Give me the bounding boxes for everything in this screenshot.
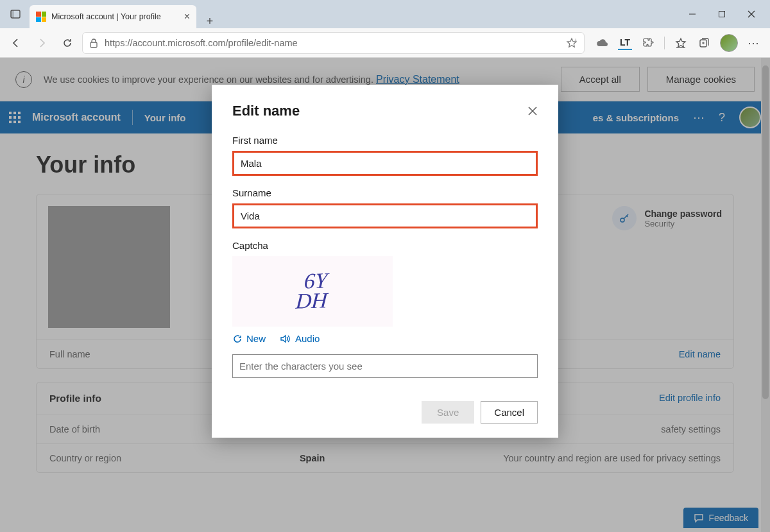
refresh-button[interactable]: [56, 32, 78, 54]
svg-rect-3: [719, 12, 725, 17]
modal-title: Edit name: [232, 103, 300, 119]
toolbar-right-icons: LT ⋯: [588, 34, 765, 52]
lt-extension-icon[interactable]: LT: [618, 36, 632, 50]
back-button[interactable]: [5, 32, 27, 54]
browser-toolbar: https://account.microsoft.com/profile/ed…: [0, 28, 770, 58]
captcha-label: Captcha: [232, 240, 538, 251]
more-menu-icon[interactable]: ⋯: [747, 36, 761, 50]
maximize-button[interactable]: [707, 4, 737, 24]
svg-rect-1: [11, 10, 14, 18]
tab-close-icon[interactable]: ×: [184, 11, 190, 22]
refresh-icon: [232, 334, 243, 344]
tabstrip: Microsoft account | Your profile × +: [27, 0, 678, 28]
favorite-icon[interactable]: +: [566, 37, 578, 49]
captcha-input[interactable]: [232, 354, 538, 378]
address-bar[interactable]: https://account.microsoft.com/profile/ed…: [82, 32, 585, 54]
edit-name-modal: Edit name First name Surname Captcha 6Y …: [212, 85, 558, 438]
profile-avatar-icon[interactable]: [720, 34, 738, 52]
toolbar-divider: [664, 37, 665, 49]
new-tab-button[interactable]: +: [200, 15, 219, 28]
captcha-audio-link[interactable]: Audio: [280, 333, 320, 344]
cancel-button[interactable]: Cancel: [481, 401, 538, 424]
close-button[interactable]: [737, 4, 766, 24]
first-name-label: First name: [232, 135, 538, 146]
favorites-icon[interactable]: [674, 36, 688, 50]
forward-button: [31, 32, 53, 54]
tab-title: Microsoft account | Your profile: [51, 12, 179, 21]
first-name-input[interactable]: [232, 151, 538, 176]
save-button[interactable]: Save: [422, 401, 474, 424]
audio-icon: [280, 334, 291, 344]
captcha-text: 6Y DH: [295, 271, 329, 312]
extensions-icon[interactable]: [641, 36, 655, 50]
surname-input[interactable]: [232, 203, 538, 228]
window-controls: [678, 4, 766, 24]
titlebar: Microsoft account | Your profile × +: [0, 0, 770, 28]
browser-chrome: Microsoft account | Your profile × + htt…: [0, 0, 770, 58]
svg-rect-6: [90, 42, 97, 47]
surname-label: Surname: [232, 187, 538, 198]
browser-tab[interactable]: Microsoft account | Your profile ×: [30, 5, 196, 28]
svg-text:+: +: [574, 38, 577, 42]
url-text: https://account.microsoft.com/profile/ed…: [105, 38, 560, 48]
tab-actions-icon[interactable]: [4, 3, 27, 26]
minimize-button[interactable]: [678, 4, 707, 24]
collections-icon[interactable]: [697, 36, 711, 50]
cloud-icon[interactable]: [595, 36, 609, 50]
microsoft-favicon: [36, 12, 46, 22]
captcha-image: 6Y DH: [232, 256, 393, 327]
captcha-new-link[interactable]: New: [232, 333, 266, 344]
lock-icon: [89, 38, 98, 48]
modal-close-icon[interactable]: [527, 106, 538, 116]
